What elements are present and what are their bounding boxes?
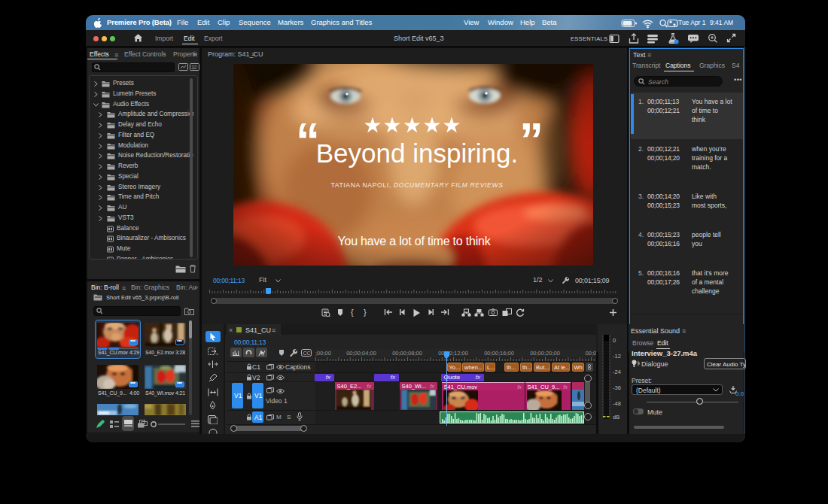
svg-text:32: 32	[191, 65, 197, 70]
svg-text:“: “	[296, 114, 320, 168]
svg-text:00;00;20;00: 00;00;20;00	[530, 350, 560, 357]
svg-text:-36: -36	[613, 384, 621, 391]
svg-text:00;00;08;00: 00;00;08;00	[392, 350, 422, 357]
svg-text:-24: -24	[613, 369, 621, 375]
svg-text:;00;00: ;00;00	[315, 350, 331, 357]
svg-text:-48: -48	[613, 400, 621, 407]
svg-text:dB: dB	[613, 414, 619, 421]
svg-text:00;00;04;00: 00;00;04;00	[346, 350, 376, 357]
svg-text:”: ”	[519, 114, 543, 168]
svg-text:-12: -12	[613, 353, 621, 360]
svg-text:00;00;16;00: 00;00;16;00	[484, 350, 514, 357]
svg-text:Beyond inspiring.: Beyond inspiring.	[316, 138, 519, 168]
svg-text:0: 0	[613, 337, 616, 344]
svg-text:You have a lot of time to thin: You have a lot of time to think	[337, 235, 491, 247]
svg-text:00;0: 00;0	[586, 350, 596, 357]
svg-text:TATIANA NAPOLI, DOCUMENTARY FI: TATIANA NAPOLI, DOCUMENTARY FILM REVIEWS	[330, 181, 503, 189]
svg-text:00;00;12;00: 00;00;12;00	[438, 350, 468, 357]
